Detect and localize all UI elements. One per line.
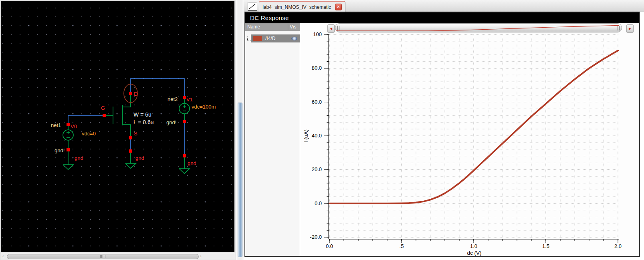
pin[interactable] [129,149,132,153]
schematic-hscrollbar[interactable]: ‹ › [1,253,235,260]
gnd-label: gnd [188,160,196,166]
scroll-right-icon[interactable]: › [200,254,202,259]
tree-branch-icon [247,36,251,40]
viewer-title: DC Response [250,14,289,21]
terminal-label: D [134,91,137,97]
scroll-left-icon[interactable]: ‹ [2,254,4,259]
pin[interactable] [183,96,186,99]
diagonal-line-icon [248,2,257,10]
schematic-tab-icon[interactable] [248,2,257,11]
left-arrow-icon: ◀ [330,27,332,30]
terminal-label: S [134,131,137,137]
param-label: vdc=0 [82,131,96,137]
pin[interactable] [67,148,70,151]
viewer-title-bar: DC Response [245,12,639,23]
wire-top-rail[interactable] [131,79,184,98]
schematic-vscroll-thumb[interactable] [238,103,242,257]
tab-title: lab4 sim_NMOS_IV schematic [262,4,331,10]
signal-row[interactable]: /I4/D [251,34,300,42]
gnd-label: gnd [75,155,83,161]
pin[interactable] [129,136,132,139]
instance-label: V0 [71,123,77,129]
net-label: gnd! [55,147,65,153]
name-column-header: Name [247,24,260,30]
terminal-label: G [101,105,105,111]
net-label: net1 [51,122,61,128]
pin[interactable] [103,114,106,117]
schematic-drawing: net1 V0 vdc=0 gnd! gnd G D S W = 6u L = … [1,1,234,252]
thumb-grip-right-icon[interactable] [618,26,620,30]
signal-name: /I4/D [265,36,291,41]
plot-scroll-right-button[interactable]: ▶ [626,24,634,33]
net-label: gnd! [166,119,176,125]
wires [68,79,184,155]
signal-color-swatch[interactable] [252,36,262,41]
device-param: W = 6u [133,111,151,118]
scroll-grip-icon [100,255,106,258]
schematic-hscroll-thumb[interactable] [7,254,199,259]
signal-panel: Name Vis /I4/D [245,23,300,256]
plot-scroll-left-button[interactable]: ◀ [327,24,335,33]
signal-panel-header: Name Vis [245,23,300,31]
gnd-symbol-left[interactable] [63,151,73,169]
instance-label: V1 [186,97,193,103]
window-divider [236,0,244,260]
schematic-canvas[interactable]: net1 V0 vdc=0 gnd! gnd G D S W = 6u L = … [1,1,234,252]
vis-column-header: Vis [288,24,296,30]
device-param: L = 0.6u [133,119,153,125]
viewer-window [244,12,640,257]
nmos-gate[interactable] [104,105,123,125]
visibility-eye-icon[interactable] [291,37,297,40]
tab-sim-nmos-iv[interactable]: lab4 sim_NMOS_IV schematic ✕ [259,1,345,12]
net-label: net2 [168,96,178,102]
param-label: vdc=100m [192,104,216,110]
v1-plus-minus [183,105,186,111]
thumb-grip-left-icon[interactable] [337,26,339,30]
viewer-tab-bar: lab4 sim_NMOS_IV schematic ✕ [244,0,644,12]
pin[interactable] [67,123,70,126]
right-arrow-icon: ▶ [629,27,631,30]
desktop: net1 V0 vdc=0 gnd! gnd G D S W = 6u L = … [0,0,644,260]
plot-hscroll-thumb[interactable] [335,23,622,32]
pin[interactable] [129,92,132,95]
pin[interactable] [183,120,186,123]
schematic-labels: net1 V0 vdc=0 gnd! gnd G D S W = 6u L = … [51,91,216,166]
gnd-symbol-mid[interactable] [125,153,136,168]
pin[interactable] [183,154,186,157]
schematic-window: net1 V0 vdc=0 gnd! gnd G D S W = 6u L = … [0,0,236,260]
tab-close-button[interactable]: ✕ [335,4,342,10]
gnd-label: gnd [135,155,144,161]
v0-plus-minus [67,131,70,137]
